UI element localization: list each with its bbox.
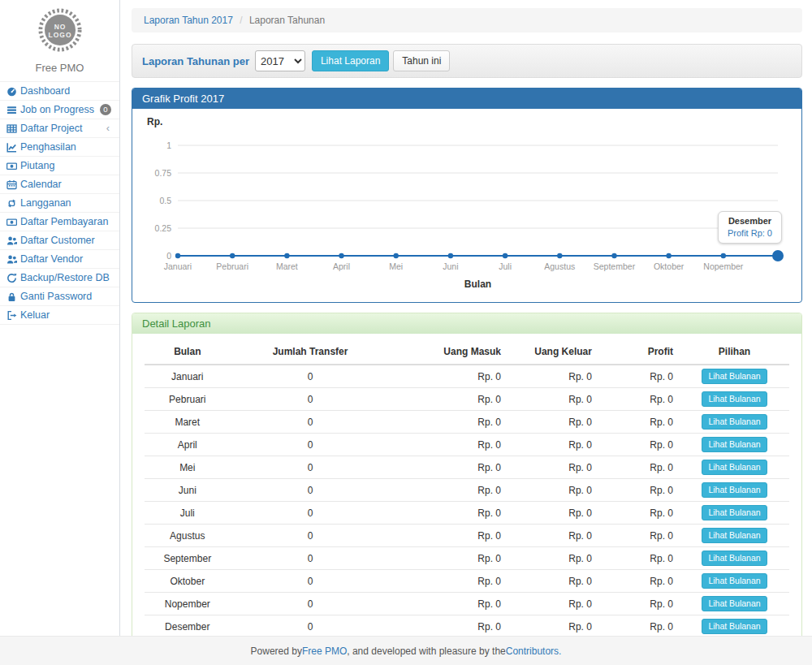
cell-pilihan: Lihat Bulanan	[680, 411, 789, 434]
sidebar-item-label: Ganti Password	[20, 291, 114, 302]
cell-pilihan: Lihat Bulanan	[680, 547, 789, 570]
main-layout: NOLOGO Free PMO DashboardJob on Progress…	[0, 0, 812, 636]
svg-text:Nopember: Nopember	[703, 261, 744, 271]
cell-profit: Rp. 0	[598, 525, 680, 547]
cell-uang_masuk: Rp. 0	[391, 593, 508, 615]
profit-chart-panel: Grafik Profit 2017 Rp.00.250.50.751Janua…	[132, 88, 802, 303]
sidebar-item-calendar[interactable]: Calendar	[0, 175, 119, 194]
cell-uang_masuk: Rp. 0	[391, 434, 508, 456]
table-row: Oktober0Rp. 0Rp. 0Rp. 0Lihat Bulanan	[145, 570, 789, 593]
column-header-bulan: Bulan	[145, 339, 231, 365]
sidebar-item-label: Dashboard	[20, 85, 114, 97]
cell-jumlah_transfer: 0	[231, 411, 391, 434]
sidebar-item-dashboard[interactable]: Dashboard	[0, 82, 119, 101]
sidebar-item-job-on-progress[interactable]: Job on Progress0	[0, 101, 119, 119]
sidebar-item-ganti-password[interactable]: Ganti Password	[0, 287, 119, 306]
sidebar-item-daftar-vendor[interactable]: Daftar Vendor	[0, 250, 119, 269]
cell-uang_keluar: Rp. 0	[508, 456, 598, 479]
cell-pilihan: Lihat Bulanan	[680, 434, 789, 456]
sidebar-item-daftar-project[interactable]: Daftar Project‹	[0, 119, 119, 138]
cell-uang_masuk: Rp. 0	[391, 502, 508, 525]
footer: Powered by Free PMO , and developed with…	[0, 636, 812, 665]
cell-bulan: Pebruari	[145, 388, 231, 411]
cell-uang_keluar: Rp. 0	[508, 593, 598, 615]
tooltip-title: Desember	[728, 216, 772, 226]
cell-bulan: Mei	[145, 456, 231, 479]
users-icon	[6, 254, 20, 265]
lihat-bulanan-button[interactable]: Lihat Bulanan	[702, 414, 767, 430]
sidebar-item-langganan[interactable]: Langganan	[0, 194, 119, 213]
table-row: Juli0Rp. 0Rp. 0Rp. 0Lihat Bulanan	[145, 502, 789, 525]
lihat-bulanan-button[interactable]: Lihat Bulanan	[702, 551, 767, 566]
table-row: Pebruari0Rp. 0Rp. 0Rp. 0Lihat Bulanan	[145, 388, 789, 411]
calendar-icon	[6, 179, 20, 190]
column-header-jumlah_transfer: Jumlah Transfer	[231, 339, 391, 365]
cell-jumlah_transfer: 0	[231, 502, 391, 525]
cell-profit: Rp. 0	[598, 547, 680, 570]
breadcrumb-link[interactable]: Laporan Tahun 2017	[144, 15, 233, 26]
retweet-icon	[6, 198, 20, 209]
cell-uang_keluar: Rp. 0	[508, 502, 598, 525]
cell-bulan: Januari	[145, 365, 231, 388]
sidebar-item-label: Keluar	[20, 309, 114, 321]
table-row: Januari0Rp. 0Rp. 0Rp. 0Lihat Bulanan	[145, 365, 789, 388]
lihat-bulanan-button[interactable]: Lihat Bulanan	[702, 460, 767, 475]
detail-panel-title: Detail Laporan	[132, 313, 801, 334]
sidebar-item-daftar-customer[interactable]: Daftar Customer	[0, 231, 119, 250]
svg-text:Bulan: Bulan	[464, 279, 491, 290]
sidebar-item-backup-restore-db[interactable]: Backup/Restore DB	[0, 269, 119, 287]
sidebar-item-keluar[interactable]: Keluar	[0, 306, 119, 325]
lihat-bulanan-button[interactable]: Lihat Bulanan	[702, 482, 767, 498]
lihat-bulanan-button[interactable]: Lihat Bulanan	[702, 369, 767, 384]
cell-bulan: Juli	[145, 502, 231, 525]
lihat-bulanan-button[interactable]: Lihat Bulanan	[702, 596, 767, 611]
svg-text:LOGO: LOGO	[48, 31, 71, 39]
cell-pilihan: Lihat Bulanan	[680, 593, 789, 615]
svg-text:Pebruari: Pebruari	[216, 261, 248, 271]
detail-table-wrapper: BulanJumlah TransferUang MasukUang Kelua…	[132, 334, 801, 665]
detail-table: BulanJumlah TransferUang MasukUang Kelua…	[145, 339, 789, 656]
lihat-bulanan-button[interactable]: Lihat Bulanan	[702, 573, 767, 589]
cell-profit: Rp. 0	[598, 388, 680, 411]
cell-jumlah_transfer: 0	[231, 456, 391, 479]
sidebar-item-label: Langganan	[20, 197, 114, 209]
cell-jumlah_transfer: 0	[231, 547, 391, 570]
cell-uang_masuk: Rp. 0	[391, 547, 508, 570]
cell-uang_masuk: Rp. 0	[391, 525, 508, 547]
footer-brand-link[interactable]: Free PMO	[302, 646, 347, 657]
table-row: April0Rp. 0Rp. 0Rp. 0Lihat Bulanan	[145, 434, 789, 456]
cell-uang_masuk: Rp. 0	[391, 615, 508, 638]
year-select[interactable]: 2017	[255, 50, 305, 71]
svg-text:April: April	[333, 261, 350, 271]
table-icon	[6, 123, 20, 134]
cell-pilihan: Lihat Bulanan	[680, 570, 789, 593]
cell-pilihan: Lihat Bulanan	[680, 479, 789, 502]
cell-jumlah_transfer: 0	[231, 570, 391, 593]
sidebar-item-piutang[interactable]: Piutang	[0, 157, 119, 175]
lihat-bulanan-button[interactable]: Lihat Bulanan	[702, 437, 767, 452]
svg-text:Oktober: Oktober	[654, 261, 685, 271]
toolbar-label: Laporan Tahunan per	[142, 55, 249, 67]
cell-jumlah_transfer: 0	[231, 615, 391, 638]
sidebar-item-penghasilan[interactable]: Penghasilan	[0, 138, 119, 157]
chart-panel-title: Grafik Profit 2017	[132, 89, 801, 109]
svg-text:Mei: Mei	[389, 261, 403, 271]
cell-uang_masuk: Rp. 0	[391, 388, 508, 411]
lihat-bulanan-button[interactable]: Lihat Bulanan	[702, 505, 767, 520]
cell-uang_keluar: Rp. 0	[508, 547, 598, 570]
page: NOLOGO Free PMO DashboardJob on Progress…	[0, 0, 812, 665]
sidebar-item-label: Calendar	[20, 179, 114, 190]
cell-pilihan: Lihat Bulanan	[680, 456, 789, 479]
footer-contributors-link[interactable]: Contributors.	[506, 646, 562, 657]
lihat-bulanan-button[interactable]: Lihat Bulanan	[702, 619, 767, 634]
profit-line-chart: Rp.00.250.50.751JanuariPebruariMaretApri…	[140, 113, 790, 298]
sidebar-item-daftar-pembayaran[interactable]: Daftar Pembayaran	[0, 213, 119, 231]
no-logo-badge: NOLOGO	[37, 6, 84, 54]
tahun-ini-button[interactable]: Tahun ini	[393, 50, 450, 71]
lihat-laporan-button[interactable]: Lihat Laporan	[312, 50, 389, 71]
cell-uang_keluar: Rp. 0	[508, 388, 598, 411]
lihat-bulanan-button[interactable]: Lihat Bulanan	[702, 391, 767, 407]
breadcrumb: Laporan Tahun 2017 / Laporan Tahunan	[132, 8, 802, 32]
profit-chart: Rp.00.250.50.751JanuariPebruariMaretApri…	[132, 109, 801, 302]
lihat-bulanan-button[interactable]: Lihat Bulanan	[702, 528, 767, 543]
